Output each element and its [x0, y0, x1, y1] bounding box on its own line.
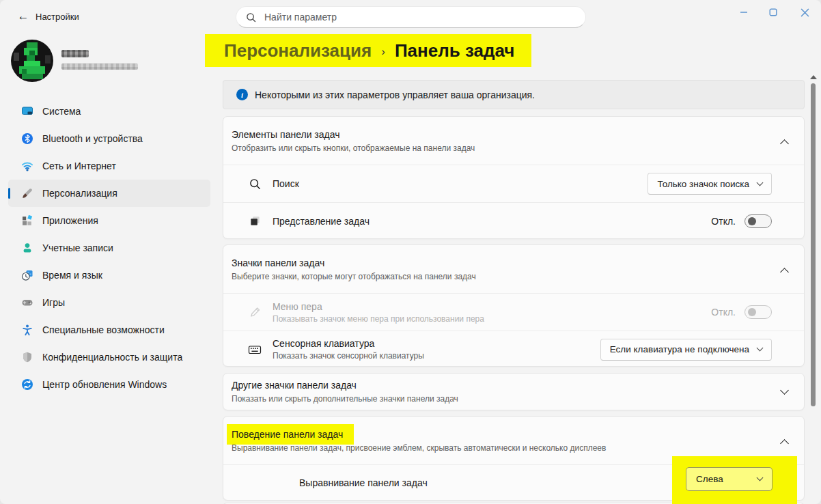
- row-label: Поиск: [273, 178, 648, 190]
- group-subtitle: Выберите значки, которые могут отображат…: [232, 271, 781, 282]
- search-input[interactable]: [263, 11, 576, 23]
- sidebar-item-label: Персонализация: [42, 188, 117, 199]
- time-language-icon: [21, 269, 33, 281]
- group-subtitle: Отобразить или скрыть кнопки, отображаем…: [232, 143, 781, 154]
- maximize-icon: [769, 8, 777, 16]
- group-subtitle: Выравнивание панели задач, присвоение эм…: [232, 443, 781, 453]
- chevron-up-icon: [780, 439, 789, 448]
- chevron-down-icon: [757, 179, 764, 186]
- touch-keyboard-dropdown[interactable]: Если клавиатура не подключена: [600, 339, 772, 361]
- app-title: Настройки: [36, 12, 79, 22]
- row-sublabel: Показать значок сенсорной клавиатуры: [273, 351, 600, 361]
- apps-icon: [21, 214, 33, 227]
- sidebar-item-gaming[interactable]: Игры: [8, 289, 210, 316]
- sidebar-item-label: Учетные записи: [42, 242, 113, 253]
- gaming-icon: [21, 296, 33, 309]
- breadcrumb-highlight-annotation: Персонализация › Панель задач: [205, 34, 531, 67]
- sidebar-item-privacy[interactable]: Конфиденциальность и защита: [8, 344, 210, 371]
- chevron-down-icon: [757, 345, 764, 352]
- breadcrumb-separator-icon: ›: [381, 45, 385, 59]
- chevron-up-icon: [780, 139, 789, 148]
- sidebar-item-label: Время и язык: [42, 270, 102, 281]
- dropdown-value: Только значок поиска: [657, 179, 749, 189]
- group-taskbar-items: Элементы панели задач Отобразить или скр…: [223, 116, 805, 239]
- dropdown-value: Если клавиатура не подключена: [610, 344, 749, 354]
- search-mode-dropdown[interactable]: Только значок поиска: [648, 173, 772, 195]
- accessibility-icon: [21, 324, 33, 336]
- group-title: Элементы панели задач: [232, 128, 781, 141]
- sidebar-item-personalization[interactable]: Персонализация: [8, 180, 210, 207]
- close-button[interactable]: [789, 0, 820, 25]
- chevron-down-icon: [757, 475, 764, 481]
- network-icon: [21, 160, 33, 172]
- sidebar-item-apps[interactable]: Приложения: [8, 207, 210, 234]
- banner-text: Некоторыми из этих параметров управляет …: [255, 89, 535, 100]
- settings-search-box[interactable]: [236, 6, 586, 28]
- group-subtitle: Показать или скрыть дополнительные значк…: [232, 393, 781, 404]
- row-label: Выравнивание панели задач: [299, 477, 428, 489]
- back-button[interactable]: ←: [12, 5, 34, 27]
- user-name-redacted: [61, 50, 89, 57]
- row-search: Поиск Только значок поиска: [223, 165, 804, 202]
- sidebar-item-label: Сеть и Интернет: [42, 160, 116, 171]
- bluetooth-icon: [21, 132, 33, 145]
- minimize-button[interactable]: [728, 0, 760, 25]
- toggle-state-label: Откл.: [711, 307, 736, 318]
- pen-icon: [248, 306, 262, 319]
- sidebar-item-bluetooth[interactable]: Bluetooth и устройства: [8, 125, 210, 152]
- sidebar-item-accessibility[interactable]: Специальные возможности: [8, 316, 210, 344]
- sidebar-item-label: Конфиденциальность и защита: [42, 352, 182, 363]
- taskbar-items-header[interactable]: Элементы панели задач Отобразить или скр…: [223, 117, 804, 165]
- keyboard-icon: [248, 343, 262, 356]
- user-email-redacted: [61, 64, 138, 70]
- group-title: Значки панели задач: [232, 257, 781, 270]
- personalization-icon: [21, 187, 33, 199]
- settings-window: ← Настройки Система Bluetooth и: [0, 0, 821, 504]
- accounts-icon: [21, 242, 33, 254]
- group-taskbar-icons: Значки панели задач Выберите значки, кот…: [223, 244, 805, 367]
- sidebar-item-label: Bluetooth и устройства: [42, 133, 143, 144]
- task-view-toggle[interactable]: [745, 214, 772, 228]
- sidebar-item-time-language[interactable]: Время и язык: [8, 262, 210, 289]
- row-label: Представление задач: [273, 215, 711, 227]
- other-icons-header[interactable]: Другие значки панели задач Показать или …: [223, 374, 804, 410]
- row-label: Меню пера: [273, 300, 711, 313]
- system-icon: [21, 105, 33, 117]
- sidebar-item-label: Игры: [42, 297, 65, 308]
- breadcrumb-parent[interactable]: Персонализация: [224, 40, 372, 61]
- sidebar-item-label: Центр обновления Windows: [42, 379, 167, 390]
- alignment-dropdown[interactable]: Слева: [686, 467, 773, 491]
- row-touch-keyboard: Сенсорная клавиатура Показать значок сен…: [223, 331, 804, 367]
- group-other-icons: Другие значки панели задач Показать или …: [223, 373, 805, 410]
- avatar-image: [11, 40, 53, 82]
- sidebar-item-label: Приложения: [42, 215, 98, 226]
- sidebar-item-windows-update[interactable]: Центр обновления Windows: [8, 371, 210, 398]
- task-view-icon: [248, 214, 262, 227]
- managed-by-organization-banner: i Некоторыми из этих параметров управляе…: [223, 80, 805, 109]
- maximize-button[interactable]: [757, 0, 789, 25]
- taskbar-icons-header[interactable]: Значки панели задач Выберите значки, кот…: [223, 245, 804, 293]
- close-icon: [801, 8, 809, 17]
- sidebar-item-network[interactable]: Сеть и Интернет: [8, 152, 210, 180]
- group-title: Другие значки панели задач: [232, 379, 781, 392]
- scrollbar-thumb[interactable]: [811, 83, 816, 406]
- row-pen-menu: Меню пера Показывать значок меню пера пр…: [223, 293, 804, 331]
- sidebar-item-accounts[interactable]: Учетные записи: [8, 234, 210, 262]
- row-task-view: Представление задач Откл.: [223, 202, 804, 239]
- sidebar-item-label: Система: [42, 106, 81, 117]
- toggle-state-label: Откл.: [711, 216, 736, 227]
- row-sublabel: Показывать значок меню пера при использо…: [273, 314, 711, 324]
- row-label: Сенсорная клавиатура: [273, 337, 600, 350]
- search-icon: [246, 12, 256, 23]
- chevron-up-icon: [780, 268, 789, 277]
- sidebar-item-label: Специальные возможности: [42, 324, 165, 335]
- windows-update-icon: [21, 378, 33, 391]
- user-avatar[interactable]: [11, 40, 53, 82]
- sidebar-item-system[interactable]: Система: [8, 98, 210, 125]
- privacy-shield-icon: [21, 351, 33, 363]
- sidebar-nav: Система Bluetooth и устройства Сеть и Ин…: [0, 98, 219, 398]
- scrollbar-up-arrow[interactable]: [810, 75, 817, 79]
- title-highlight-annotation: Поведение панели задач: [227, 424, 354, 445]
- minimize-icon: [740, 8, 748, 16]
- info-icon: i: [236, 89, 248, 100]
